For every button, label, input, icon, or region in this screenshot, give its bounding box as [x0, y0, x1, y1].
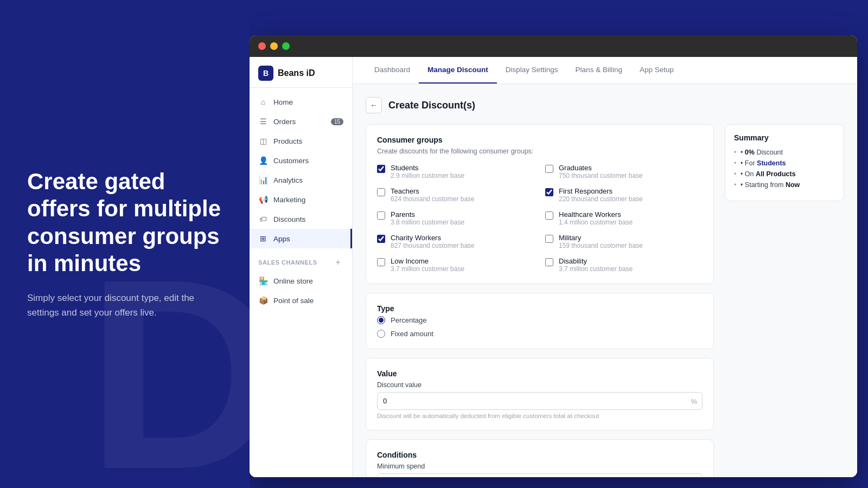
group-checkbox-students[interactable] [377, 165, 385, 173]
group-label-parents: Parents [391, 210, 464, 219]
min-spend-input[interactable] [377, 473, 703, 477]
sidebar-item-label-products: Products [273, 137, 302, 145]
value-card: Value Discount value % Discount will be … [366, 358, 714, 431]
analytics-icon: 📊 [258, 175, 268, 185]
group-checkbox-parents[interactable] [377, 211, 385, 220]
sidebar-nav: ⌂ Home ☰ Orders 15 ◫ Products 👤 Customer… [250, 88, 352, 477]
summary-item-2: • On All Products [734, 170, 835, 178]
tab-display-settings[interactable]: Display Settings [497, 57, 567, 84]
online-store-icon: 🏪 [258, 276, 268, 286]
group-label-low-income: Low Income [391, 257, 464, 265]
sidebar-item-label-analytics: Analytics [273, 176, 303, 184]
channel-label-online-store: Online store [273, 277, 313, 285]
type-percentage-option[interactable]: Percentage [377, 316, 703, 324]
sidebar-item-analytics[interactable]: 📊 Analytics [250, 170, 352, 190]
traffic-light-green[interactable] [282, 42, 290, 50]
group-count-parents: 3.8 million customer base [391, 219, 464, 226]
sidebar-item-customers[interactable]: 👤 Customers [250, 151, 352, 170]
orders-icon: ☰ [258, 117, 268, 126]
group-label-charity-workers: Charity Workers [391, 234, 475, 242]
sidebar-channel-point-of-sale[interactable]: 📦 Point of sale [250, 291, 352, 310]
summary-card: Summary • 0% Discount• For Students• On … [725, 124, 844, 201]
group-item-military: Military 159 thousand customer base [545, 234, 703, 249]
group-label-first-responders: First Responders [559, 187, 643, 195]
discount-value-label: Discount value [377, 381, 703, 389]
conditions-card: Conditions Minimum spend £ ▲ ▼ [366, 439, 714, 477]
sidebar-item-label-customers: Customers [273, 157, 309, 165]
type-card: Type Percentage Fixed amount [366, 293, 714, 349]
app-tabs: DashboardManage DiscountDisplay Settings… [353, 57, 857, 84]
sidebar-item-label-marketing: Marketing [273, 196, 305, 204]
group-checkbox-graduates[interactable] [545, 165, 553, 173]
fixed-label: Fixed amount [391, 330, 433, 338]
group-item-low-income: Low Income 3.7 million customer base [377, 257, 534, 273]
marketing-icon: 📢 [258, 195, 268, 204]
group-checkbox-healthcare-workers[interactable] [545, 211, 553, 220]
fixed-radio[interactable] [377, 330, 385, 338]
group-checkbox-disability[interactable] [545, 258, 553, 266]
sidebar-item-orders[interactable]: ☰ Orders 15 [250, 112, 352, 131]
traffic-light-red[interactable] [258, 42, 266, 50]
group-count-healthcare-workers: 1.4 million customer base [559, 219, 633, 226]
group-count-charity-workers: 827 thousand customer base [391, 242, 475, 249]
percentage-label: Percentage [391, 316, 427, 324]
group-checkbox-first-responders[interactable] [545, 188, 553, 196]
group-checkbox-teachers[interactable] [377, 188, 385, 196]
group-item-healthcare-workers: Healthcare Workers 1.4 million customer … [545, 210, 703, 226]
group-label-healthcare-workers: Healthcare Workers [559, 210, 633, 219]
hero-headline: Create gated offers for multiple consume… [27, 168, 222, 278]
summary-item-1: • For Students [734, 159, 835, 167]
sidebar-item-discounts[interactable]: 🏷 Discounts [250, 209, 352, 229]
group-count-first-responders: 220 thousand customer base [559, 195, 643, 203]
group-item-graduates: Graduates 750 thousand customer base [545, 164, 703, 179]
summary-item-3: • Starting from Now [734, 181, 835, 189]
sidebar-channel-online-store[interactable]: 🏪 Online store [250, 271, 352, 291]
home-icon: ⌂ [258, 97, 268, 107]
summary-item-0: • 0% Discount [734, 149, 835, 156]
sidebar-item-marketing[interactable]: 📢 Marketing [250, 190, 352, 209]
percentage-radio[interactable] [377, 316, 385, 324]
consumer-groups-card: Consumer groups Create discounts for the… [366, 124, 714, 284]
group-checkbox-low-income[interactable] [377, 258, 385, 266]
discount-suffix: % [691, 397, 697, 405]
discount-value-wrapper: % [377, 392, 703, 410]
discount-hint: Discount will be automatically deducted … [377, 413, 703, 419]
main-content: DashboardManage DiscountDisplay Settings… [353, 57, 857, 477]
group-label-disability: Disability [559, 257, 633, 265]
two-col-layout: Consumer groups Create discounts for the… [366, 124, 844, 477]
tab-manage-discount[interactable]: Manage Discount [419, 57, 497, 84]
discounts-icon: 🏷 [258, 214, 268, 224]
sidebar: B Beans iD ⌂ Home ☰ Orders 15 ◫ Products… [250, 57, 353, 477]
browser-titlebar [250, 35, 857, 57]
sidebar-item-products[interactable]: ◫ Products [250, 131, 352, 151]
group-label-students: Students [391, 164, 464, 172]
min-spend-up-button[interactable]: ▲ [690, 474, 703, 477]
group-count-military: 159 thousand customer base [559, 242, 643, 249]
group-checkbox-charity-workers[interactable] [377, 235, 385, 243]
page-content: ← Create Discount(s) Consumer groups Cre… [353, 84, 857, 477]
consumer-groups-title: Consumer groups [377, 136, 703, 144]
back-button[interactable]: ← [366, 97, 382, 113]
summary-items: • 0% Discount• For Students• On All Prod… [734, 149, 835, 189]
tab-app-setup[interactable]: App Setup [631, 57, 682, 84]
tab-dashboard[interactable]: Dashboard [366, 57, 419, 84]
discount-value-input[interactable] [377, 392, 703, 410]
sidebar-item-apps[interactable]: ⊞ Apps [250, 229, 352, 248]
group-count-low-income: 3.7 million customer base [391, 265, 464, 273]
group-checkbox-military[interactable] [545, 235, 553, 243]
group-item-first-responders: First Responders 220 thousand customer b… [545, 187, 703, 203]
type-title: Type [377, 304, 703, 313]
tab-plans-billing[interactable]: Plans & Billing [567, 57, 631, 84]
page-title-row: ← Create Discount(s) [366, 97, 844, 113]
type-radio-group: Percentage Fixed amount [377, 316, 703, 338]
traffic-light-yellow[interactable] [270, 42, 278, 50]
type-fixed-option[interactable]: Fixed amount [377, 330, 703, 338]
conditions-title: Conditions [377, 451, 703, 459]
sidebar-item-home[interactable]: ⌂ Home [250, 92, 352, 112]
add-sales-channel-button[interactable]: + [333, 257, 343, 268]
consumer-groups-subtitle: Create discounts for the following consu… [377, 147, 703, 155]
logo-icon: B [258, 66, 273, 81]
group-item-disability: Disability 3.7 million customer base [545, 257, 703, 273]
sidebar-item-label-orders: Orders [273, 118, 296, 126]
side-col: Summary • 0% Discount• For Students• On … [725, 124, 844, 201]
